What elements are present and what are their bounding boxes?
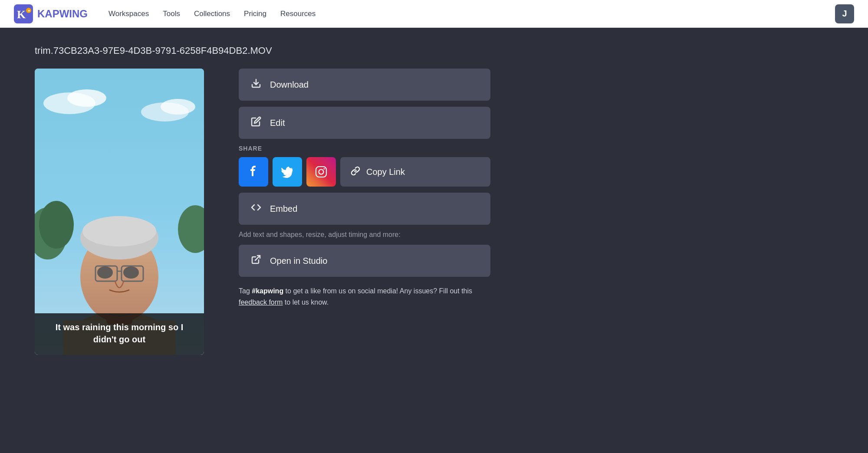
svg-point-10 <box>39 201 74 249</box>
svg-point-25 <box>319 170 324 174</box>
nav-resources[interactable]: Resources <box>280 10 316 18</box>
content-area: It was raining this morning so I didn't … <box>35 69 833 355</box>
share-row: Copy Link <box>239 157 490 187</box>
open-studio-label: Open in Studio <box>270 256 327 266</box>
video-container: It was raining this morning so I didn't … <box>35 69 204 355</box>
svg-text:K: K <box>17 8 26 21</box>
user-avatar[interactable]: J <box>835 4 854 23</box>
edit-button[interactable]: Edit <box>239 107 490 139</box>
link-icon <box>351 166 360 178</box>
video-background-svg <box>35 69 204 355</box>
embed-button[interactable]: Embed <box>239 193 490 225</box>
instagram-button[interactable] <box>306 157 336 187</box>
embed-label: Embed <box>270 204 297 214</box>
svg-point-21 <box>97 266 113 279</box>
open-studio-icon <box>251 254 261 267</box>
download-button[interactable]: Download <box>239 69 490 101</box>
right-panel: Download Edit SHARE <box>239 69 490 308</box>
svg-point-6 <box>67 89 106 107</box>
tag-prefix: Tag <box>239 287 252 295</box>
video-placeholder <box>35 69 204 355</box>
svg-rect-24 <box>316 167 326 177</box>
logo-link[interactable]: K ✦ KAPWING <box>14 4 88 23</box>
navbar: K ✦ KAPWING Workspaces Tools Collections… <box>0 0 868 28</box>
kapwing-logo-icon: K ✦ <box>14 4 33 23</box>
download-label: Download <box>270 80 309 90</box>
tag-middle: to get a like from us on social media! A… <box>283 287 472 295</box>
copy-link-button[interactable]: Copy Link <box>340 157 490 187</box>
svg-point-17 <box>82 216 156 246</box>
tag-hashtag: #kapwing <box>252 287 283 295</box>
svg-point-22 <box>123 266 139 279</box>
nav-links: Workspaces Tools Collections Pricing Res… <box>108 10 835 18</box>
tag-section: Tag #kapwing to get a like from us on so… <box>239 286 490 308</box>
file-title: trim.73CB23A3-97E9-4D3B-9791-6258F4B94DB… <box>35 45 833 56</box>
subtitle-bar: It was raining this morning so I didn't … <box>35 313 204 355</box>
open-studio-button[interactable]: Open in Studio <box>239 245 490 277</box>
nav-collections[interactable]: Collections <box>194 10 230 18</box>
tag-suffix: to let us know. <box>283 299 329 306</box>
twitter-button[interactable] <box>273 157 302 187</box>
share-label: SHARE <box>239 145 490 152</box>
embed-icon <box>251 202 261 215</box>
facebook-icon <box>247 165 260 179</box>
studio-description: Add text and shapes, resize, adjust timi… <box>239 231 490 239</box>
subtitle-text: It was raining this morning so I didn't … <box>56 322 183 344</box>
video-panel: It was raining this morning so I didn't … <box>35 69 204 355</box>
edit-icon <box>251 116 261 129</box>
nav-tools[interactable]: Tools <box>163 10 180 18</box>
svg-line-27 <box>255 256 260 260</box>
edit-label: Edit <box>270 118 285 128</box>
svg-point-8 <box>161 99 195 115</box>
nav-pricing[interactable]: Pricing <box>244 10 266 18</box>
facebook-button[interactable] <box>239 157 268 187</box>
download-icon <box>251 78 261 91</box>
instagram-icon <box>314 165 328 179</box>
main-content: trim.73CB23A3-97E9-4D3B-9791-6258F4B94DB… <box>0 28 868 372</box>
logo-text: KAPWING <box>37 8 88 20</box>
svg-text:✦: ✦ <box>27 9 31 13</box>
feedback-form-link[interactable]: feedback form <box>239 299 283 306</box>
copy-link-label: Copy Link <box>366 167 405 177</box>
svg-point-26 <box>324 168 325 170</box>
nav-workspaces[interactable]: Workspaces <box>108 10 149 18</box>
share-section: SHARE <box>239 145 490 187</box>
twitter-icon <box>280 165 294 179</box>
